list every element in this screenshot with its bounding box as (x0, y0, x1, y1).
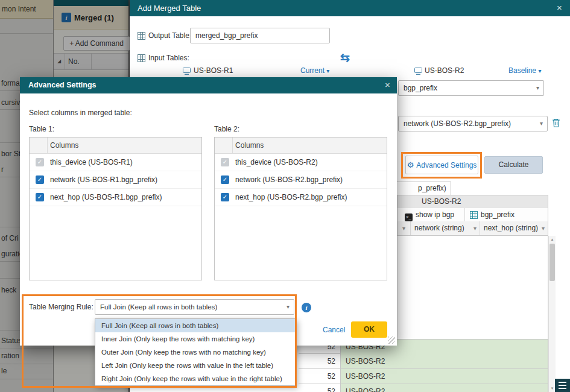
column-label: next_hop (US-BOS-R2.bgp_prefix) (235, 193, 347, 201)
table-select-value: bgp_prefix (404, 81, 437, 95)
device-cell: US-BOS-R2 (341, 369, 548, 384)
preview-table-body (397, 236, 548, 339)
column-label: next_hop (US-BOS-R1.bgp_prefix) (50, 193, 162, 201)
column-row[interactable]: ✓ next_hop (US-BOS-R1.bgp_prefix) (30, 189, 201, 206)
preview-tab[interactable]: p_prefix) (393, 182, 451, 195)
preview-tab-label: p_prefix) (418, 184, 446, 192)
column-row[interactable]: ✓ this_device (US-BOS-R2) (215, 154, 387, 171)
preview-device-header: US-BOS-R2 (397, 195, 548, 209)
chevron-down-icon: ▾ (538, 68, 541, 74)
hamburger-icon (559, 385, 566, 386)
screen: mon Intent forma cursive bor Sta r of Cr… (0, 0, 570, 392)
column-header-next-hop[interactable]: next_hop (string) ▾ (480, 221, 548, 235)
trash-icon[interactable] (552, 118, 560, 130)
checkbox-checked[interactable]: ✓ (221, 193, 229, 201)
resize-handle[interactable] (388, 337, 395, 344)
close-icon[interactable]: × (557, 2, 562, 13)
row-filter-chevron-icon[interactable]: ▾ (397, 221, 411, 235)
input-tables-label: Input Tables: (148, 54, 189, 62)
close-icon[interactable]: × (385, 80, 390, 90)
chevron-down-icon: ▾ (540, 116, 543, 131)
preview-command-row: >_show ip bgp bgp_prefix (397, 208, 548, 222)
table-icon (138, 54, 145, 62)
ok-button[interactable]: OK (351, 321, 387, 338)
column-row[interactable]: ✓ network (US-BOS-R1.bgp_prefix) (30, 171, 201, 189)
column-label: this_device (US-BOS-R2) (235, 158, 318, 166)
checkbox-checked[interactable]: ✓ (36, 175, 44, 184)
device-cell: US-BOS-R2 (341, 354, 548, 368)
mode-label: Current (300, 66, 325, 75)
info-icon[interactable]: i (302, 303, 311, 312)
table-name-cell: bgp_prefix (465, 208, 548, 221)
output-table-input[interactable]: merged_bgp_prefix (190, 28, 330, 43)
table-select[interactable]: bgp_prefix ▾ (398, 80, 544, 96)
modal-subtitle: Select columns in merged table: (29, 109, 132, 117)
column-header-network[interactable]: network (string) ▾ (411, 221, 480, 235)
device2-name: US-BOS-R2 (425, 66, 464, 75)
scroll-up-icon[interactable]: ▲ (549, 236, 556, 243)
attention-highlight-merging-rule (22, 294, 297, 388)
calculate-button[interactable]: Calculate (484, 156, 543, 174)
network-cell: 52 (299, 354, 341, 368)
chevron-down-icon: ▾ (326, 68, 329, 74)
checkbox-checked-disabled[interactable]: ✓ (36, 158, 44, 166)
column-row[interactable]: ✓ this_device (US-BOS-R1) (30, 154, 201, 171)
table-row[interactable]: 52 US-BOS-R2 (299, 369, 548, 384)
scroll-thumb[interactable] (549, 244, 555, 281)
column-row[interactable]: ✓ network (US-BOS-R2.bgp_prefix) (215, 171, 387, 189)
column-label: network (US-BOS-R1.bgp_prefix) (50, 175, 157, 184)
key-column-value: network (US-BOS-R2.bgp_prefix) (404, 116, 511, 131)
output-table-label: Output Table: (148, 31, 191, 40)
command-cell: >_show ip bgp (397, 208, 465, 221)
device-icon (414, 68, 422, 75)
device1-name: US-BOS-R1 (194, 66, 233, 75)
chevron-down-icon: ▾ (536, 81, 539, 95)
dialog-title: Add Merged Table (138, 4, 201, 13)
table2-columns-list: Columns ✓ this_device (US-BOS-R2) ✓ netw… (214, 137, 387, 280)
table-row[interactable]: 52 US-BOS-R2 (299, 384, 548, 392)
table1-label: Table 1: (29, 125, 54, 133)
scrollbar[interactable]: ▲ ▼ (548, 236, 556, 392)
table1-columns-list: Columns ✓ this_device (US-BOS-R1) ✓ netw… (29, 137, 202, 280)
network-cell: 52 (299, 369, 341, 384)
swap-icon[interactable]: ⇆ (340, 51, 350, 65)
device-icon (183, 68, 191, 75)
table-icon (470, 211, 478, 219)
checkbox-checked[interactable]: ✓ (36, 193, 44, 201)
column-label: network (US-BOS-R2.bgp_prefix) (235, 175, 343, 184)
attention-highlight-advanced-settings (401, 152, 482, 179)
columns-list-header: Columns (215, 138, 387, 154)
column-row[interactable]: ✓ next_hop (US-BOS-R2.bgp_prefix) (215, 189, 387, 206)
data-mode-selector-current[interactable]: Current ▾ (300, 66, 329, 75)
cancel-button[interactable]: Cancel (323, 326, 345, 334)
checkbox-checked-disabled[interactable]: ✓ (221, 158, 229, 166)
column-label: this_device (US-BOS-R1) (50, 158, 133, 166)
hamburger-icon (559, 382, 566, 383)
table2-label: Table 2: (214, 125, 239, 133)
columns-list-header: Columns (30, 138, 201, 154)
checkbox-checked[interactable]: ✓ (221, 175, 229, 184)
menu-corner-button[interactable] (555, 379, 570, 392)
table-icon (138, 31, 145, 40)
chevron-down-icon: ▾ (542, 221, 545, 235)
preview-column-headers: ▾ network (string) ▾ next_hop (string) ▾ (397, 221, 548, 236)
modal-header[interactable]: Advanced Settings × (20, 77, 397, 93)
hamburger-icon (559, 388, 566, 389)
preview-device-name: US-BOS-R2 (422, 197, 461, 206)
column-header-label: network (string) (414, 224, 464, 232)
table-row[interactable]: 52 US-BOS-R2 (299, 354, 548, 369)
output-table-value: merged_bgp_prefix (195, 31, 258, 40)
network-cell: 52 (299, 384, 341, 392)
command-label: show ip bgp (416, 210, 454, 219)
mode-label: Baseline (508, 66, 536, 75)
table-name-label: bgp_prefix (481, 210, 515, 219)
dialog-header: Add Merged Table × (130, 0, 570, 16)
column-header-label: next_hop (string) (484, 224, 538, 232)
device-cell: US-BOS-R2 (341, 384, 548, 392)
chevron-down-icon: ▾ (473, 221, 477, 235)
cli-icon: >_ (405, 213, 413, 221)
data-mode-selector-baseline[interactable]: Baseline ▾ (508, 66, 541, 75)
key-column-select[interactable]: network (US-BOS-R2.bgp_prefix) ▾ (398, 116, 548, 131)
modal-title: Advanced Settings (28, 81, 97, 89)
